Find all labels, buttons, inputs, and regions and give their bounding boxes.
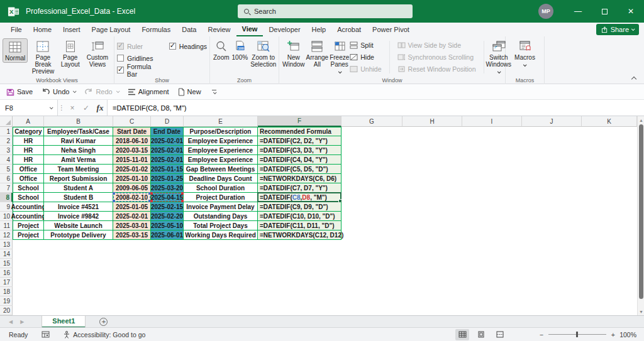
row-header-12[interactable]: 12 [0, 230, 13, 240]
zoom-to-selection-button[interactable]: Zoom to Selection [250, 38, 277, 68]
cancel-entry-button[interactable]: × [65, 100, 79, 116]
cell-B6[interactable]: Report Submission [44, 174, 113, 183]
hide-button[interactable]: Hide [350, 51, 381, 62]
cell-A8[interactable]: School [13, 193, 44, 202]
tab-review[interactable]: Review [202, 23, 236, 36]
cell-E9[interactable]: Invoice Payment Delay [184, 202, 258, 212]
cell-C4[interactable]: 2015-11-01 [113, 155, 151, 165]
formula-input[interactable]: =DATEDIF(C8, D8, "M") [107, 100, 644, 116]
cell-F7[interactable]: =DATEDIF(C7, D7, "Y") [258, 183, 341, 193]
cell-F1[interactable]: Recommended Formula [258, 127, 341, 136]
name-box[interactable]: F8 [0, 100, 58, 116]
cell-F5[interactable]: =DATEDIF(C5, D5, "D") [258, 165, 341, 174]
row-header-11[interactable]: 11 [0, 221, 13, 230]
cell-F6[interactable]: =NETWORKDAYS(C6, D6) [258, 174, 341, 183]
empty-cells[interactable] [341, 155, 637, 165]
cell-A7[interactable]: School [13, 183, 44, 193]
row-header-20[interactable]: 20 [0, 306, 13, 315]
scroll-up-icon[interactable]: ▲ [638, 116, 644, 124]
cell-F3[interactable]: =DATEDIF(C3, D3, "Y") [258, 146, 341, 155]
row-header-14[interactable]: 14 [0, 249, 13, 259]
zoom-slider-thumb[interactable] [576, 332, 578, 337]
tab-data[interactable]: Data [176, 23, 202, 36]
column-header-C[interactable]: C [113, 116, 151, 127]
cell-C8[interactable]: 2008-02-10 [113, 193, 151, 202]
cell-B8[interactable]: Student B [44, 193, 113, 202]
view-side-by-side-button[interactable]: View Side by Side [397, 40, 476, 50]
tab-insert[interactable]: Insert [57, 23, 86, 36]
zoom-button[interactable]: Zoom [213, 38, 230, 62]
cell-E8[interactable]: Project Duration [184, 193, 258, 202]
macros-button[interactable]: Macros [511, 38, 540, 68]
cell-B12[interactable]: Prototype Delivery [44, 230, 113, 240]
cell-D4[interactable]: 2025-02-01 [151, 155, 184, 165]
cell-E5[interactable]: Gap Between Meetings [184, 165, 258, 174]
cell-D7[interactable]: 2025-03-20 [151, 183, 184, 193]
cell-A10[interactable]: Accounting [13, 212, 44, 221]
row-header-18[interactable]: 18 [0, 287, 13, 296]
new-window-button[interactable]: New Window [282, 38, 306, 68]
cell-D8[interactable]: 2025-04-15 [151, 193, 184, 202]
column-header-E[interactable]: E [184, 116, 258, 127]
cell-A3[interactable]: HR [13, 146, 44, 155]
share-button[interactable]: Share [596, 24, 639, 35]
qat-overflow-button[interactable] [210, 90, 219, 94]
cell-D11[interactable]: 2025-05-10 [151, 221, 184, 230]
row-header-17[interactable]: 17 [0, 278, 13, 287]
cell-F2[interactable]: =DATEDIF(C2, D2, "Y") [258, 136, 341, 146]
cell-E6[interactable]: Deadline Days Count [184, 174, 258, 183]
cell-C3[interactable]: 2020-03-15 [113, 146, 151, 155]
empty-cells[interactable] [13, 278, 637, 287]
row-header-7[interactable]: 7 [0, 183, 13, 193]
column-header-G[interactable]: G [341, 116, 402, 127]
tab-file[interactable]: File [5, 23, 28, 36]
zoom-slider[interactable] [548, 334, 606, 335]
tab-view[interactable]: View [236, 23, 264, 36]
insert-function-button[interactable]: fx [93, 100, 107, 116]
headings-checkbox[interactable]: Headings [169, 41, 207, 51]
cell-E10[interactable]: Outstanding Days [184, 212, 258, 221]
cell-C10[interactable]: 2025-02-01 [113, 212, 151, 221]
empty-cells[interactable] [13, 259, 637, 268]
column-header-K[interactable]: K [582, 116, 637, 127]
empty-cells[interactable] [13, 240, 637, 249]
empty-cells[interactable] [341, 174, 637, 183]
empty-cells[interactable] [341, 146, 637, 155]
cell-B5[interactable]: Team Meeting [44, 165, 113, 174]
cell-A2[interactable]: HR [13, 136, 44, 146]
arrange-all-button[interactable]: Arrange All [306, 38, 330, 68]
cell-F12[interactable]: =NETWORKDAYS(C12, D12) [258, 230, 341, 240]
empty-cells[interactable] [341, 165, 637, 174]
empty-cells[interactable] [341, 193, 637, 202]
freeze-panes-button[interactable]: * Freeze Panes [329, 38, 350, 76]
unhide-button[interactable]: Unhide [350, 63, 381, 74]
empty-cells[interactable] [341, 183, 637, 193]
formula-bar-checkbox[interactable]: Formula Bar [117, 65, 163, 75]
row-header-1[interactable]: 1 [0, 127, 13, 136]
cell-B11[interactable]: Website Launch [44, 221, 113, 230]
empty-cells[interactable] [341, 202, 637, 212]
cell-B4[interactable]: Amit Verma [44, 155, 113, 165]
cell-C1[interactable]: Start Date [113, 127, 151, 136]
maximize-button[interactable] [591, 0, 618, 23]
row-header-13[interactable]: 13 [0, 240, 13, 249]
custom-views-button[interactable]: Custom Views [84, 38, 111, 68]
next-sheet-icon[interactable]: ▶ [20, 319, 24, 325]
confirm-entry-button[interactable]: ✓ [79, 100, 93, 116]
page-layout-view-button[interactable]: Page Layout [58, 38, 82, 68]
scroll-down-icon[interactable]: ▼ [638, 308, 644, 315]
empty-cells[interactable] [341, 221, 637, 230]
gridlines-checkbox[interactable]: Gridlines [117, 53, 163, 63]
cell-A12[interactable]: Project [13, 230, 44, 240]
cell-A5[interactable]: Office [13, 165, 44, 174]
empty-cells[interactable] [13, 306, 637, 315]
cell-E4[interactable]: Employee Experience [184, 155, 258, 165]
column-header-D[interactable]: D [151, 116, 184, 127]
cell-E2[interactable]: Employee Experience [184, 136, 258, 146]
cell-E12[interactable]: Working Days Required [184, 230, 258, 240]
cell-E3[interactable]: Employee Experience [184, 146, 258, 155]
cell-D1[interactable]: End Date [151, 127, 184, 136]
page-break-preview-button[interactable]: Page Break Preview [29, 38, 57, 76]
cell-B3[interactable]: Neha Singh [44, 146, 113, 155]
cell-F8[interactable]: =DATEDIF(C8, D8, "M") [258, 193, 341, 202]
